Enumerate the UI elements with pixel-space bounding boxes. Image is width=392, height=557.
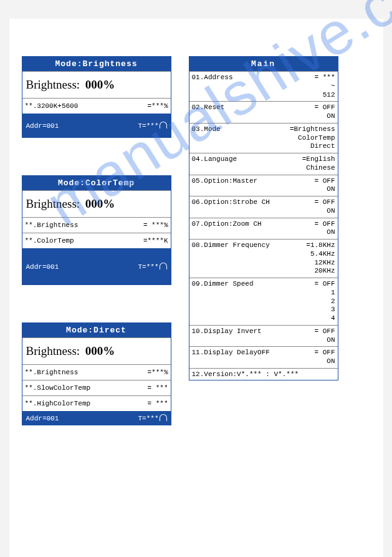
param-label: **.SlowColorTemp (25, 384, 91, 392)
param-row: **.HighColorTemp = *** (22, 395, 171, 411)
menu-label: 11.Display DelayOFF (192, 349, 315, 356)
menu-value: =Brightness (290, 125, 335, 134)
main-title: Main (189, 57, 338, 71)
temp-value: T=*** (138, 263, 166, 271)
menu-value: Chinese (302, 164, 335, 173)
param-value: = *** (147, 400, 168, 407)
addr-bar: Addr=001 T=*** (22, 114, 171, 137)
menu-value: ON (314, 228, 335, 237)
menu-label: 05.Option:Master (192, 177, 315, 185)
menu-value: Direct (290, 142, 335, 151)
menu-row: 07.Option:Zoom CH= OFFON (189, 218, 338, 240)
menu-row: 02.Reset= OFFON (189, 101, 338, 123)
menu-value: = OFF (314, 177, 335, 186)
menu-value: = OFF (314, 104, 335, 112)
menu-label: 01.Address (192, 74, 315, 81)
menu-label: 07.Option:Zoom CH (192, 220, 315, 228)
menu-row: 10.Display Invert= OFFON (189, 325, 338, 347)
menu-value: =English (302, 155, 335, 164)
panel-title: Mode:ColorTemp (22, 176, 171, 190)
menu-row: 08.Dimmer Frequency=1.8KHz5.4KHz12KHz20K… (189, 239, 338, 278)
menu-values: = OFFON (314, 198, 335, 216)
panel-title: Mode:Brightness (22, 57, 171, 71)
param-label: **.3200K+5600 (25, 102, 79, 110)
param-row: **.3200K+5600 =***% (22, 98, 171, 114)
menu-value: = OFF (314, 280, 335, 289)
addr-value: Addr=001 (26, 263, 59, 271)
menu-value: 5.4KHz (306, 250, 335, 259)
temp-icon (160, 414, 167, 421)
menu-value: ON (314, 112, 335, 121)
menu-row: 11.Display DelayOFF= OFFON (189, 346, 338, 368)
menu-value: ON (314, 207, 335, 216)
menu-label: 02.Reset (192, 104, 315, 111)
menu-values: = OFFON (314, 327, 335, 345)
menu-value: ON (314, 185, 335, 194)
param-label: **.ColorTemp (25, 237, 74, 245)
menu-label: 12.Version:V*.*** : V*.*** (192, 371, 335, 378)
temp-icon (160, 122, 167, 128)
menu-value: =1.8KHz (306, 241, 335, 250)
menu-values: = OFFON (314, 104, 335, 121)
param-label: **.Brightness (25, 369, 79, 376)
menu-value: 4 (314, 314, 335, 323)
menu-label: 08.Dimmer Frequency (192, 241, 307, 249)
menu-values: = OFFON (314, 349, 335, 366)
menu-row: 05.Option:Master= OFFON (189, 175, 338, 196)
menu-value: = OFF (314, 220, 335, 229)
menu-label: 06.Option:Strobe CH (192, 198, 315, 206)
param-value: =***% (147, 369, 168, 376)
menu-values: =BrightnessColorTempDirect (290, 125, 335, 151)
menu-label: 03.Mode (192, 125, 290, 133)
menu-row: 12.Version:V*.*** : V*.*** (189, 368, 338, 380)
menu-value: 20KHz (306, 267, 335, 276)
brightness-row: Brightness: 000% (22, 190, 171, 217)
menu-value: ON (314, 336, 335, 345)
menu-value: 12KHz (306, 259, 335, 268)
menu-values: = ***~512 (314, 74, 335, 99)
menu-value: 3 (314, 306, 335, 314)
param-row: **.Brightness =***% (22, 364, 171, 380)
addr-value: Addr=001 (26, 122, 59, 130)
brightness-row: Brightness: 000% (22, 71, 171, 98)
menu-row: 03.Mode=BrightnessColorTempDirect (189, 123, 338, 153)
menu-value: ~ (314, 82, 335, 91)
menu-values: = OFFON (314, 177, 335, 195)
param-label: **.Brightness (25, 221, 79, 229)
param-row: **.SlowColorTemp = *** (22, 380, 171, 395)
param-value: = *** (147, 384, 168, 392)
addr-value: Addr=001 (26, 415, 59, 422)
menu-value: ON (314, 357, 335, 366)
menu-row: 01.Address= ***~512 (189, 71, 338, 101)
param-row: **.Brightness = ***% (22, 217, 171, 233)
menu-label: 10.Display Invert (192, 327, 315, 335)
brightness-row: Brightness: 000% (22, 337, 171, 364)
addr-bar: Addr=001 T=*** (22, 248, 171, 284)
brightness-value: 000% (85, 344, 115, 357)
menu-values: = OFFON (314, 220, 335, 238)
menu-row: 04.Language=EnglishChinese (189, 153, 338, 175)
menu-value: = OFF (314, 327, 335, 336)
menu-values: = OFF1234 (314, 280, 335, 323)
brightness-label: Brightness: (26, 197, 80, 210)
menu-values: =EnglishChinese (302, 155, 335, 173)
menu-value: 2 (314, 298, 335, 306)
panel-direct: Mode:Direct Brightness: 000% **.Brightne… (22, 322, 171, 425)
menu-value: = OFF (314, 349, 335, 357)
brightness-label: Brightness: (26, 344, 80, 357)
menu-label: 04.Language (192, 155, 302, 163)
temp-value: T=*** (138, 414, 166, 422)
menu-row: 06.Option:Strobe CH= OFFON (189, 196, 338, 218)
menu-label: 09.Dimmer Speed (192, 280, 315, 288)
menu-value: = *** (314, 74, 335, 82)
param-value: =****K (143, 237, 168, 245)
temp-icon (160, 263, 167, 269)
main-menu: Main 01.Address= ***~51202.Reset= OFFON0… (189, 56, 338, 380)
panel-title: Mode:Direct (22, 323, 171, 337)
brightness-value: 000% (85, 78, 115, 91)
menu-value: ColorTemp (290, 134, 335, 143)
param-row: **.ColorTemp =****K (22, 233, 171, 248)
panel-colortemp: Mode:ColorTemp Brightness: 000% **.Brigh… (22, 175, 171, 285)
brightness-label: Brightness: (26, 78, 80, 91)
menu-row: 09.Dimmer Speed= OFF1234 (189, 278, 338, 325)
